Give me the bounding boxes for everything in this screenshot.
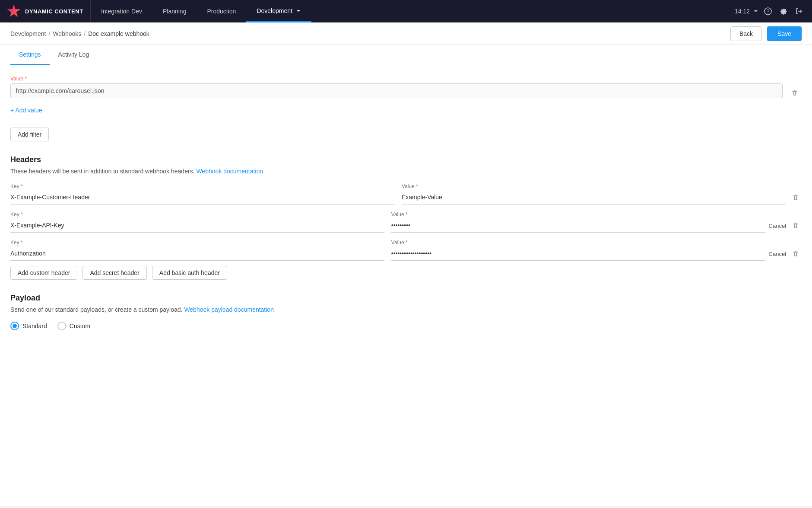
top-value-section: Value * + Add value <box>10 76 802 121</box>
carousel-value-group: Value * <box>10 76 783 98</box>
header-key-input-3[interactable] <box>10 246 384 261</box>
logo-area: DYNAMIC CONTENT <box>0 0 91 22</box>
breadcrumb-webhooks[interactable]: Webhooks <box>53 30 81 37</box>
header-val-group-2: Value * <box>391 211 765 233</box>
tabs-bar: Settings Activity Log <box>0 45 812 65</box>
help-icon[interactable]: ? <box>762 5 774 17</box>
nav-item-production[interactable]: Production <box>197 0 246 22</box>
header-delete-button-3[interactable] <box>790 249 802 261</box>
header-cancel-2[interactable]: Cancel <box>769 223 786 233</box>
header-cancel-3[interactable]: Cancel <box>769 251 786 261</box>
header-val-input-1[interactable] <box>402 190 786 204</box>
header-key-group-2: Key * <box>10 211 384 233</box>
header-row-3: Key * Value * Cancel <box>10 240 802 261</box>
trash-icon-2 <box>792 222 799 230</box>
header-key-group-1: Key * <box>10 183 395 204</box>
nav-item-integration-dev[interactable]: Integration Dev <box>91 0 152 22</box>
headers-title: Headers <box>10 155 802 164</box>
breadcrumb-sep2: / <box>84 30 86 37</box>
header-row-1: Key * Value * <box>10 183 802 204</box>
carousel-value-input[interactable] <box>10 83 783 98</box>
payload-doc-link[interactable]: Webhook payload documentation <box>184 306 274 313</box>
nav-time: 14:12 <box>735 8 750 15</box>
header-key-input-2[interactable] <box>10 218 384 233</box>
main-content: Value * + Add value Add filter Headers T… <box>0 65 812 506</box>
add-filter-button[interactable]: Add filter <box>10 128 49 141</box>
nav-right: 14:12 ? <box>735 5 812 17</box>
carousel-value-label: Value * <box>10 76 783 82</box>
radio-custom-circle <box>57 322 66 330</box>
nav-item-development[interactable]: Development <box>246 0 311 22</box>
payload-desc: Send one of our standard payloads, or cr… <box>10 306 802 313</box>
carousel-value-row: Value * <box>10 76 802 100</box>
payload-section: Payload Send one of our standard payload… <box>10 294 802 330</box>
webhook-doc-link[interactable]: Webhook documentation <box>196 168 263 175</box>
chevron-down-icon <box>296 8 301 13</box>
tab-activity-log[interactable]: Activity Log <box>50 45 98 65</box>
logo-text: DYNAMIC CONTENT <box>25 8 83 15</box>
add-basic-auth-header-button[interactable]: Add basic auth header <box>152 266 227 280</box>
header-action-buttons: Add custom header Add secret header Add … <box>10 266 802 280</box>
radio-custom-label: Custom <box>70 323 90 329</box>
header-key-group-3: Key * <box>10 240 384 261</box>
tab-settings[interactable]: Settings <box>10 45 50 65</box>
svg-text:?: ? <box>767 9 769 14</box>
breadcrumb: Development / Webhooks / Doc example web… <box>10 30 149 37</box>
radio-standard-circle <box>10 322 19 330</box>
radio-standard[interactable]: Standard <box>10 322 47 330</box>
time-chevron-icon <box>753 9 758 14</box>
header-key-input-1[interactable] <box>10 190 395 204</box>
header-row-2: Key * Value * Cancel <box>10 211 802 233</box>
back-button[interactable]: Back <box>730 26 762 41</box>
breadcrumb-actions: Back Save <box>730 26 802 41</box>
payload-title: Payload <box>10 294 802 303</box>
headers-desc: These headers will be sent in addition t… <box>10 168 802 175</box>
headers-section: Headers These headers will be sent in ad… <box>10 155 802 280</box>
header-val-group-1: Value * <box>402 183 786 204</box>
carousel-delete-button[interactable] <box>788 86 802 100</box>
nav-item-planning[interactable]: Planning <box>152 0 197 22</box>
breadcrumb-bar: Development / Webhooks / Doc example web… <box>0 22 812 45</box>
logout-icon[interactable] <box>793 5 805 17</box>
add-value-link[interactable]: + Add value <box>10 107 42 114</box>
radio-standard-label: Standard <box>22 323 47 329</box>
breadcrumb-current: Doc example webhook <box>88 30 149 37</box>
save-button[interactable]: Save <box>767 26 802 41</box>
header-val-group-3: Value * <box>391 240 765 261</box>
header-val-input-2[interactable] <box>391 218 765 233</box>
trash-icon <box>791 89 799 97</box>
breadcrumb-sep1: / <box>49 30 51 37</box>
header-val-input-3[interactable] <box>391 246 765 261</box>
settings-icon[interactable] <box>777 5 790 17</box>
logo-icon <box>7 4 21 18</box>
header-delete-button-1[interactable] <box>790 192 802 204</box>
trash-icon-3 <box>792 250 799 258</box>
add-custom-header-button[interactable]: Add custom header <box>10 266 77 280</box>
header-delete-button-2[interactable] <box>790 220 802 233</box>
top-nav: DYNAMIC CONTENT Integration Dev Planning… <box>0 0 812 22</box>
breadcrumb-development[interactable]: Development <box>10 30 46 37</box>
payload-radio-group: Standard Custom <box>10 322 802 330</box>
nav-items: Integration Dev Planning Production Deve… <box>91 0 735 22</box>
radio-custom[interactable]: Custom <box>57 322 90 330</box>
trash-icon-1 <box>792 194 799 201</box>
add-secret-header-button[interactable]: Add secret header <box>82 266 146 280</box>
